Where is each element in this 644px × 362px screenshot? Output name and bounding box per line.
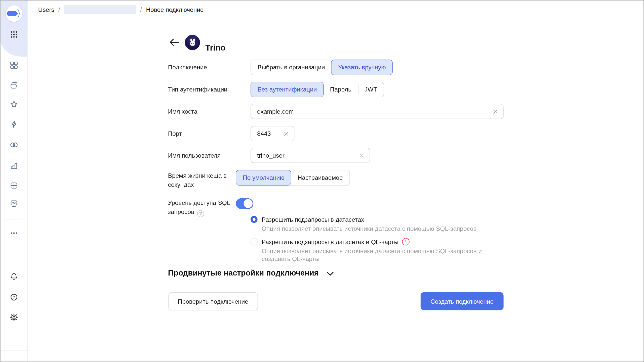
breadcrumb-root[interactable]: Users xyxy=(38,6,54,13)
help-tooltip-icon[interactable]: ? xyxy=(197,210,204,217)
favorites-star-icon[interactable] xyxy=(7,97,21,111)
port-input-wrap xyxy=(251,126,295,141)
segment-custom[interactable]: Настраиваемое xyxy=(291,170,349,185)
notifications-bell-icon[interactable] xyxy=(7,270,21,284)
radio-option-datasets-ql: Разрешить подзапросы в датасетах и QL-ча… xyxy=(251,237,499,263)
field-cache-ttl: Время жизни кеша в секундах По умолчанию… xyxy=(168,170,350,189)
field-username: Имя пользователя xyxy=(168,148,370,163)
table-icon[interactable] xyxy=(7,178,21,193)
field-label: Порт xyxy=(168,129,251,138)
field-connection: Подключение Выбрать в организации Указат… xyxy=(168,60,393,75)
radio-unselected-icon[interactable] xyxy=(251,238,258,245)
linked-circles-icon[interactable] xyxy=(7,138,21,152)
breadcrumb: Users / / Новое подключение xyxy=(27,0,644,19)
svg-text:?: ? xyxy=(13,295,15,300)
field-label: Имя пользователя xyxy=(168,151,251,160)
collections-icon[interactable] xyxy=(7,78,21,93)
radio-selected-icon[interactable] xyxy=(251,216,258,223)
segment-jwt[interactable]: JWT xyxy=(358,82,384,97)
chevron-down-icon xyxy=(327,271,334,277)
sidebar-divider xyxy=(4,219,23,220)
radio-description: Опция позволяет описывать источники дата… xyxy=(262,224,499,233)
bar-chart-icon[interactable] xyxy=(7,159,21,173)
radio-description: Опция позволяет описывать источники дата… xyxy=(262,247,499,263)
warning-icon[interactable]: ! xyxy=(402,238,410,245)
squares-grid-icon[interactable] xyxy=(7,58,21,72)
settings-gear-icon[interactable] xyxy=(7,310,21,324)
username-input[interactable] xyxy=(251,148,370,162)
field-label: Тип аутентификации xyxy=(168,85,251,94)
field-sql-access: Уровень доступа SQL запросов? xyxy=(168,198,254,217)
sql-access-options: Разрешить подзапросы в датасетах Опция п… xyxy=(251,215,499,263)
segment-choose-in-org[interactable]: Выбрать в организации xyxy=(251,60,332,75)
username-input-wrap xyxy=(251,148,370,163)
sql-access-toggle[interactable] xyxy=(236,198,253,209)
breadcrumb-separator: / xyxy=(58,6,60,13)
clear-username-icon[interactable] xyxy=(358,152,366,159)
page-title: Trino xyxy=(205,42,225,53)
field-label: Подключение xyxy=(168,63,251,72)
radio-row[interactable]: Разрешить подзапросы в датасетах xyxy=(251,215,499,224)
connection-segmented-control: Выбрать в организации Указать вручную xyxy=(251,60,393,75)
datalens-logo[interactable] xyxy=(6,5,22,22)
advanced-settings-title: Продвинутые настройки подключения xyxy=(168,267,319,279)
breadcrumb-separator: / xyxy=(140,6,142,13)
segment-no-auth[interactable]: Без аутентификации xyxy=(251,82,324,97)
segment-default[interactable]: По умолчанию xyxy=(236,170,291,186)
apps-grid-icon[interactable] xyxy=(7,27,21,41)
field-hostname: Имя хоста xyxy=(168,104,504,119)
segment-password[interactable]: Пароль xyxy=(324,82,358,97)
more-ellipsis-icon[interactable] xyxy=(7,226,21,240)
lightning-icon[interactable] xyxy=(7,117,21,131)
trino-logo xyxy=(185,35,200,50)
auth-segmented-control: Без аутентификации Пароль JWT xyxy=(251,82,384,97)
cache-ttl-segmented-control: По умолчанию Настраиваемое xyxy=(236,170,350,186)
help-circle-icon[interactable]: ? xyxy=(7,290,21,304)
back-button[interactable] xyxy=(168,37,180,47)
sidebar: ? xyxy=(0,0,27,362)
create-connection-button[interactable]: Создать подключение xyxy=(421,292,504,310)
field-label: Время жизни кеша в секундах xyxy=(168,170,236,189)
field-port: Порт xyxy=(168,126,295,141)
radio-row[interactable]: Разрешить подзапросы в датасетах и QL-ча… xyxy=(251,237,499,246)
breadcrumb-current: Новое подключение xyxy=(146,6,204,13)
radio-option-datasets: Разрешить подзапросы в датасетах Опция п… xyxy=(251,215,499,233)
breadcrumb-redacted-item xyxy=(64,5,136,14)
segment-specify-manually[interactable]: Указать вручную xyxy=(331,60,393,75)
clear-hostname-icon[interactable] xyxy=(492,108,499,115)
hostname-input-wrap xyxy=(251,104,504,119)
field-label: Имя хоста xyxy=(168,107,251,116)
field-label: Уровень доступа SQL запросов? xyxy=(168,198,236,217)
hostname-input[interactable] xyxy=(251,104,503,119)
monitoring-screen-icon[interactable] xyxy=(7,197,21,211)
app-window: ? Users / / Новое подключение xyxy=(0,0,644,362)
check-connection-button[interactable]: Проверить подключение xyxy=(168,292,258,310)
field-auth-type: Тип аутентификации Без аутентификации Па… xyxy=(168,82,384,97)
advanced-settings-toggle[interactable]: Продвинутые настройки подключения xyxy=(168,267,334,279)
clear-port-icon[interactable] xyxy=(283,130,290,137)
toggle-knob xyxy=(244,199,253,208)
